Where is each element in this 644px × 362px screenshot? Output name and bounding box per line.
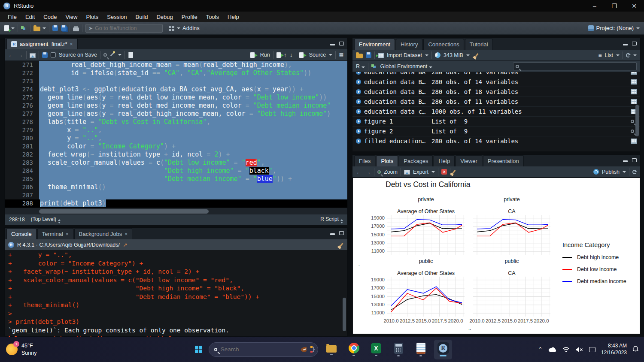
- code-tools-dropdown[interactable]: [118, 54, 122, 56]
- source-button[interactable]: Source: [309, 52, 326, 58]
- code-tools-icon[interactable]: [110, 52, 115, 56]
- minimize-pane-icon[interactable]: [330, 231, 335, 235]
- start-button[interactable]: [195, 346, 198, 349]
- maximize-pane-icon[interactable]: [632, 158, 637, 162]
- expand-object-icon[interactable]: [356, 99, 361, 104]
- import-dropdown[interactable]: [425, 54, 428, 56]
- code-line[interactable]: 288print(debt_plot3): [5, 199, 347, 208]
- memory-usage-label[interactable]: 343 MiB: [444, 52, 463, 58]
- volume-muted-icon[interactable]: [575, 347, 583, 353]
- code-line[interactable]: 287: [5, 191, 347, 199]
- environment-search-input[interactable]: [521, 63, 634, 69]
- code-line[interactable]: 278 labs(title = "Debt vs Cost in Califo…: [5, 118, 347, 126]
- taskbar-file-explorer[interactable]: [322, 340, 340, 359]
- code-line[interactable]: 275 geom_line(aes(y = real_debt_low_inco…: [5, 94, 347, 102]
- save-icon[interactable]: [52, 25, 58, 31]
- addins-grid-icon[interactable]: [169, 26, 171, 28]
- minimize-pane-icon[interactable]: [623, 42, 628, 45]
- plots-tab-packages[interactable]: Packages: [399, 155, 433, 166]
- remove-plot-icon[interactable]: ×: [441, 169, 447, 175]
- expand-object-icon[interactable]: [356, 79, 361, 84]
- environment-object-row[interactable]: education_data_BA280 obs. of 11 variable…: [352, 72, 640, 77]
- next-plot-icon[interactable]: →: [365, 169, 371, 175]
- expand-object-icon[interactable]: [356, 129, 361, 134]
- code-line[interactable]: 274debt_plot3 <- ggplot(education_data_B…: [5, 85, 347, 94]
- back-icon[interactable]: ←: [8, 52, 14, 58]
- menu-edit[interactable]: Edit: [21, 12, 39, 21]
- menu-profile[interactable]: Profile: [177, 12, 202, 21]
- taskbar-search-input[interactable]: [221, 346, 297, 353]
- restore-button[interactable]: ❐: [605, 0, 624, 12]
- code-line[interactable]: 272 id = ifelse(state_id == "CA", "CA","…: [5, 69, 347, 77]
- source-tab[interactable]: R assignment_final.r*×: [6, 38, 78, 49]
- memory-usage-icon[interactable]: [435, 52, 440, 58]
- code-line[interactable]: 277 geom_line(aes(y = real_debt_high_inc…: [5, 110, 347, 118]
- minimize-pane-icon[interactable]: [330, 42, 335, 45]
- new-project-icon[interactable]: [21, 26, 24, 29]
- console-tab-console[interactable]: Console: [6, 228, 36, 239]
- expand-object-icon[interactable]: [356, 109, 361, 114]
- compile-report-icon[interactable]: [128, 52, 133, 58]
- plots-tab-plots[interactable]: Plots: [376, 155, 398, 166]
- environment-tab-history[interactable]: History: [396, 39, 422, 50]
- environment-object-row[interactable]: education_data_B…280 obs. of 14 variable…: [352, 77, 640, 87]
- taskbar-chrome[interactable]: [345, 340, 363, 359]
- expand-object-icon[interactable]: [356, 72, 361, 75]
- run-above-icon[interactable]: ↑: [284, 52, 287, 58]
- maximize-pane-icon[interactable]: [339, 231, 344, 235]
- code-line[interactable]: 271 real_debt_high_income_mean = mean(re…: [5, 61, 347, 69]
- environment-scope-selector[interactable]: Global Environment: [380, 63, 432, 69]
- open-file-icon[interactable]: [33, 27, 40, 31]
- scope-selector[interactable]: (Top Level): [31, 216, 61, 223]
- minimize-button[interactable]: –: [585, 0, 605, 12]
- menu-help[interactable]: Help: [223, 12, 243, 21]
- close-tab-icon[interactable]: ×: [66, 231, 69, 237]
- publish-dropdown[interactable]: [623, 171, 626, 173]
- close-tab-icon[interactable]: ×: [70, 41, 73, 47]
- plots-tab-presentation[interactable]: Presentation: [483, 155, 524, 166]
- environment-object-row[interactable]: filled_education…280 obs. of 14 variable…: [352, 136, 640, 146]
- editor-hscrollbar[interactable]: [5, 208, 347, 214]
- popout-icon[interactable]: [30, 53, 36, 58]
- save-all-icon[interactable]: [61, 25, 67, 31]
- new-file-icon[interactable]: [4, 25, 9, 31]
- expand-object-icon[interactable]: [356, 139, 361, 144]
- find-icon[interactable]: [103, 53, 107, 57]
- taskbar-notepad[interactable]: [412, 340, 430, 359]
- notifications-bell-icon[interactable]: [632, 346, 639, 353]
- menu-debug[interactable]: Debug: [152, 12, 177, 21]
- clear-plots-icon[interactable]: [453, 170, 456, 174]
- print-icon[interactable]: [73, 27, 79, 31]
- zoom-plot-icon[interactable]: [377, 170, 381, 174]
- source-on-save-checkbox[interactable]: [51, 52, 56, 57]
- environment-object-row[interactable]: figure_2List of 9: [352, 127, 640, 136]
- goto-file-input[interactable]: [95, 25, 164, 31]
- taskbar-calculator[interactable]: [389, 340, 407, 359]
- addins-label[interactable]: Addins: [182, 25, 200, 31]
- outline-icon[interactable]: ≣: [339, 52, 344, 58]
- taskbar-excel[interactable]: X: [367, 340, 385, 359]
- plots-tab-help[interactable]: Help: [434, 155, 455, 166]
- view-data-icon[interactable]: [631, 72, 637, 75]
- rerun-icon[interactable]: [276, 52, 281, 58]
- menu-code[interactable]: Code: [39, 12, 61, 21]
- publish-button[interactable]: Publish: [602, 169, 620, 175]
- run-icon[interactable]: [250, 52, 255, 58]
- close-button[interactable]: ✕: [624, 0, 644, 12]
- code-line[interactable]: 279 x = "..",: [5, 126, 347, 134]
- list-view-icon[interactable]: ≡: [598, 52, 601, 58]
- import-dataset-button[interactable]: Import Dataset: [387, 52, 422, 58]
- menu-session[interactable]: Session: [103, 12, 131, 21]
- new-file-dropdown[interactable]: [11, 27, 15, 29]
- expand-object-icon[interactable]: [356, 119, 361, 124]
- export-dropdown[interactable]: [431, 171, 435, 173]
- code-line[interactable]: 284 "Debt high income" = "black",: [5, 167, 347, 175]
- source-dropdown[interactable]: [329, 54, 332, 56]
- code-line[interactable]: 273: [5, 77, 347, 85]
- refresh-dropdown[interactable]: [633, 54, 637, 56]
- console-tab-background-jobs[interactable]: Background Jobs×: [74, 228, 132, 239]
- maximize-pane-icon[interactable]: [339, 42, 344, 45]
- environment-tab-tutorial[interactable]: Tutorial: [465, 39, 493, 50]
- console-tab-terminal[interactable]: Terminal×: [37, 228, 73, 239]
- clear-environment-icon[interactable]: [475, 53, 478, 57]
